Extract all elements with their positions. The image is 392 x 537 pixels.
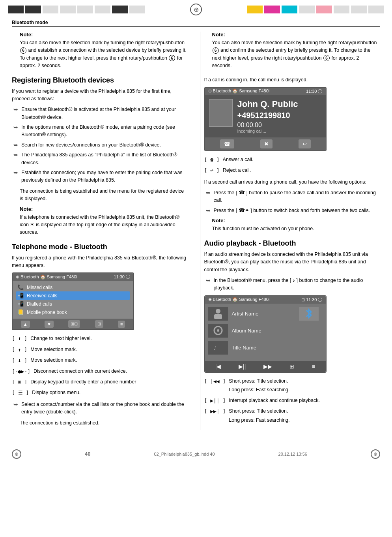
arrow-icon: ➥ <box>13 169 18 177</box>
legend-text-2: Move selection mark. <box>30 345 77 354</box>
call-header-left: ⊕ Bluetooth 🏠 Samsung F480i <box>208 88 270 94</box>
page-number: 40 <box>85 451 90 457</box>
select-list: ➥ Select a contact/number via the call l… <box>12 401 188 416</box>
top-bar-right-blocks <box>247 6 384 13</box>
legend-row-1: [ ⬆ ] Change to next higher level. <box>12 334 188 343</box>
registering-subnote: The connection is being established and … <box>20 188 188 237</box>
screen-body: 📞 Missed calls 📲 Received calls 📲 Dialle… <box>13 281 133 319</box>
left-note1-label: Note: <box>20 32 188 38</box>
call-btn-3: ↩ <box>299 139 311 148</box>
left-note1-text: You can also move the selection mark by … <box>20 39 188 70</box>
call-legend-row-1: [ ☎ ] Answer a call. <box>204 155 381 164</box>
bar-block-5 <box>77 6 93 13</box>
screen-btn-1: ▲ <box>21 321 30 328</box>
audio-item-text: In the Bluetooth® menu, press the [ ♪ ] … <box>214 277 381 292</box>
list-item: ➥ Search for new devices/connections on … <box>12 141 188 149</box>
crosshair-bottom-left: ⊕ <box>12 449 21 459</box>
arrow-icon: ➥ <box>206 277 211 285</box>
legend-row-5: [ ⊞ ] Display keypad to directly enter a… <box>12 377 188 387</box>
list-item-switch: ➥ Press the [ ☎✦ ] button to switch back… <box>204 207 381 215</box>
legend-bracket-5: [ ⊞ ] <box>12 377 27 387</box>
bar-block-magenta <box>264 6 280 13</box>
audio-screen-header: ⊕ Bluetooth 🏠 Samsung F480i ⊞ 11:30 ⓘ <box>205 296 326 304</box>
call-legend-row-2: [ ↩ ] Reject a call. <box>204 166 381 175</box>
legend-text-4: Disconnect connection with current devic… <box>34 367 127 376</box>
bar-block-1 <box>8 6 24 13</box>
left-note1: Note: You can also move the selection ma… <box>20 32 188 70</box>
circle-6-r2: 6 <box>323 55 330 61</box>
arrow-icon: ➥ <box>206 207 211 215</box>
right-column: Note: You can also move the selection ma… <box>200 32 381 430</box>
arrow-icon: ➥ <box>13 151 18 159</box>
registering-title: Registering Bluetooth devices <box>12 76 188 84</box>
telephone-title: Telephone mode - Bluetooth <box>12 243 188 251</box>
page-content: Bluetooth mode Note: You can also move t… <box>0 16 392 438</box>
file-info: 02_Philadelphia835_gb.indd 40 <box>154 452 215 456</box>
date-info: 20.12.12 13:56 <box>278 452 307 456</box>
album-text: Album Name <box>232 328 261 334</box>
audio-legend-text-1: Short press: Title selection.Long press:… <box>229 377 289 394</box>
screen-row-missed: 📞 Missed calls <box>16 283 130 291</box>
bar-block-light-2 <box>334 6 349 13</box>
call-bracket-1: [ ☎ ] <box>204 155 220 164</box>
bar-block-cyan <box>282 6 297 13</box>
audio-legend-row-2: [ ▶|| ] Interrupt playback and continue … <box>204 396 381 405</box>
screen-btn-4: ⊞ <box>95 320 103 328</box>
screen-btn-2: ▼ <box>45 321 54 328</box>
list-item-audio: ➥ In the Bluetooth® menu, press the [ ♪ … <box>204 277 381 292</box>
reg-note-label: Note: <box>20 206 188 212</box>
right-note1: Note: You can also move the selection ma… <box>212 32 381 70</box>
legend-row-2: [ ↑ ] Move selection mark. <box>12 345 188 354</box>
legend-row-3: [ ↓ ] Move selection mark. <box>12 356 188 365</box>
second-call-intro: If a second call arrives during a phone … <box>204 178 381 186</box>
legend-bracket-4: [-●▶-] <box>12 367 30 376</box>
phonebook-icon: 📒 <box>17 309 24 315</box>
reg-note-text: If a telephone is connected with the Phi… <box>20 214 188 237</box>
artist-icon <box>208 307 228 321</box>
screen-row-phonebook: 📒 Mobile phone book <box>16 308 130 316</box>
second-call-list: ➥ Press the [ ☎ ] button to pause the ac… <box>204 189 381 214</box>
list-item-text: Establish the connection; you may have t… <box>21 169 188 184</box>
left-column: Note: You can also move the selection ma… <box>12 32 192 430</box>
call-header-right: 11:30 ⓘ <box>306 88 323 94</box>
bar-block-8 <box>129 6 145 13</box>
call-screen-body: John Q. Public +49512199810 00:00:00 Inc… <box>205 95 326 137</box>
audio-btn-play: ▶|| <box>237 362 247 370</box>
bar-block-6 <box>95 6 110 13</box>
audio-header-left: ⊕ Bluetooth 🏠 Samsung F480i <box>208 297 270 303</box>
call-btn-2: ✖ <box>260 139 273 148</box>
circle-6-r1: 6 <box>213 47 219 54</box>
audio-btn-next1: ▶▶ <box>262 362 274 370</box>
switch-text: Press the [ ☎✦ ] button to switch back a… <box>214 207 381 214</box>
svg-point-0 <box>216 309 220 314</box>
call-legend: [ ☎ ] Answer a call. [ ↩ ] Reject a call… <box>204 155 381 175</box>
screen-btn-5: ≡ <box>118 321 125 328</box>
audio-legend-row-3: [ ▶▶| ] Short press: Title selection.Lon… <box>204 407 381 424</box>
list-item-text: The Philadelphia 835 appears as "Philade… <box>21 151 188 167</box>
legend-text-1: Change to next higher level. <box>30 334 92 343</box>
legend-row-4: [-●▶-] Disconnect connection with curren… <box>12 367 188 376</box>
right-note2-label: Note: <box>212 218 381 223</box>
audio-list: ➥ In the Bluetooth® menu, press the [ ♪ … <box>204 277 381 292</box>
call-status: Incoming call... <box>237 129 322 133</box>
bluetooth-icon <box>299 307 319 321</box>
received-calls-text: Received calls <box>27 293 57 299</box>
audio-btn-menu: ≡ <box>310 362 317 370</box>
bar-block-light-1 <box>299 6 315 13</box>
audio-intro: If an audio streaming device is connecte… <box>204 251 381 274</box>
title-icon: ♪ <box>208 341 228 355</box>
list-item: ➥ Establish the connection; you may have… <box>12 169 188 184</box>
audio-row-title: ♪ Title Name <box>208 341 323 355</box>
screen-footer: ▲ ▼ ⊞⊟ ⊞ ≡ <box>13 319 133 329</box>
connection-established: The connection is being established. <box>20 419 188 427</box>
bar-block-2 <box>25 6 41 13</box>
caller-number: +49512199810 <box>237 111 322 120</box>
audio-title: Audio playback - Bluetooth <box>204 239 381 248</box>
screen-header-left: ⊕ Bluetooth 🏠 Samsung F480i <box>16 274 77 280</box>
audio-row-artist: Artist Name <box>208 307 323 321</box>
list-item-text: Search for new devices/connections on yo… <box>21 141 188 149</box>
artist-text: Artist Name <box>232 311 259 317</box>
legend-bracket-6: [ ☰ ] <box>12 388 29 397</box>
arrow-icon: ➥ <box>13 106 18 114</box>
audio-screen-footer: |◀ ▶|| ▶▶ ⊞ ≡ <box>205 361 326 372</box>
